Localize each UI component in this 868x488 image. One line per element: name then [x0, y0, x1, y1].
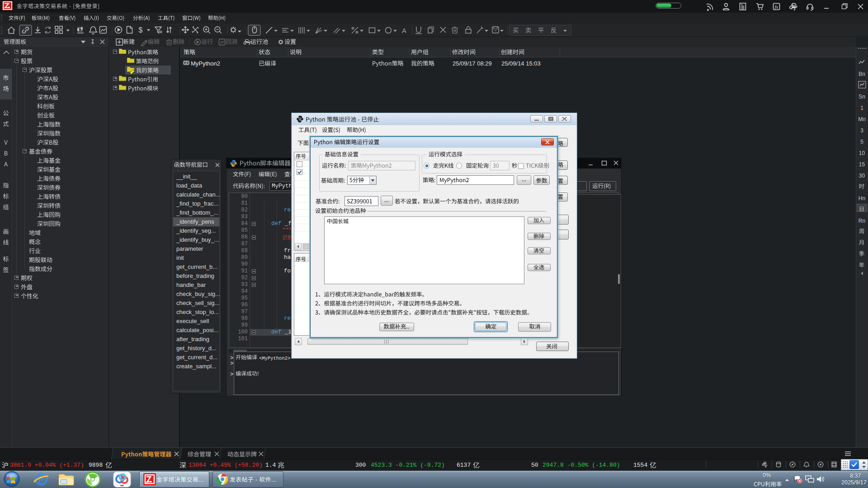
svg-text:$: $ [139, 26, 143, 34]
svg-text:fx: fx [775, 4, 778, 9]
svg-text:e: e [38, 473, 44, 486]
svg-text:A: A [402, 27, 406, 34]
